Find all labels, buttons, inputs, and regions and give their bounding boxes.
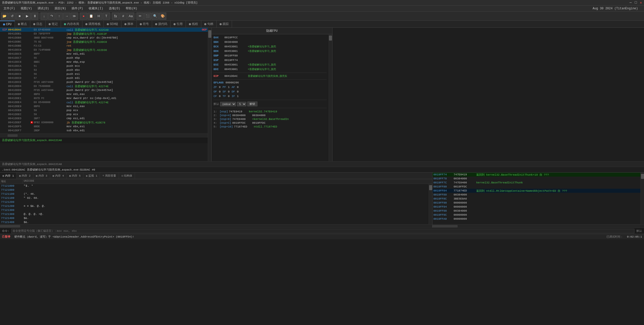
mem-hscroll[interactable]	[0, 224, 432, 228]
tab-source[interactable]: 源代码	[152, 21, 171, 27]
toolbar-highlight[interactable]: ⬛	[144, 13, 151, 20]
mem-vscroll[interactable]	[429, 184, 432, 224]
table-row[interactable]: 0019FF9C 00000000	[432, 213, 640, 217]
toolbar-hash[interactable]: #	[120, 13, 127, 20]
table-row[interactable]: 0041DDED 3BF7 cmp esi,edi	[0, 116, 208, 120]
tab-script[interactable]: 脚本	[121, 21, 137, 27]
toolbar-stepinto[interactable]: ↓	[41, 13, 48, 20]
tab-breakpoint[interactable]: 断点	[15, 21, 30, 27]
tab-memory[interactable]: 内存布局	[61, 21, 82, 27]
menu-plugin[interactable]: 插件(P)	[69, 6, 86, 11]
mem-tab-struct[interactable]: ⊡ 结构体	[119, 173, 135, 179]
mem-tab-locals[interactable]: ≡ 局部变量	[100, 173, 119, 179]
table-row[interactable]: 0019FF7C 747E0400 kernel32.BaseThreadIni…	[432, 181, 640, 185]
table-row[interactable]: 0041DDC8 8BEC mov ebp,esp	[0, 60, 208, 64]
table-row[interactable]: 0041DDD4 E8 75490000 call 吾爱破解论坛学习.42274…	[0, 84, 208, 88]
table-row[interactable]: 0019FF74 747E0419 返回到 kernel32.BaseThrea…	[432, 173, 640, 177]
mem-tab-4[interactable]: ▦ 内存 4	[50, 173, 67, 179]
table-row[interactable]: 0041DDE4 E8 65490000 call 吾爱破解论坛学习.42274…	[0, 100, 208, 104]
toolbar-stepover[interactable]: ↷	[48, 13, 55, 20]
reg-vscroll-thumb[interactable]	[329, 36, 332, 41]
toolbar-hw[interactable]: H	[95, 13, 102, 20]
dis-hscroll[interactable]	[0, 134, 208, 137]
toolbar-aa[interactable]: Aa	[127, 13, 134, 20]
table-row[interactable]: 77121200	[0, 200, 429, 204]
toolbar-run[interactable]: ▶	[24, 13, 31, 20]
tab-callstack[interactable]: 调用堆栈	[82, 21, 104, 27]
table-row[interactable]: 0019FF94 00000000	[432, 205, 640, 209]
hscroll-thumb[interactable]	[8, 134, 18, 137]
table-row[interactable]: 0041DDEB 59 pop ecx	[0, 108, 208, 112]
calling-unlock-btn[interactable]: 解锁	[247, 102, 257, 106]
toolbar-fx[interactable]: fx	[112, 13, 119, 20]
toolbar-search[interactable]: 🔍	[152, 13, 159, 20]
menu-options[interactable]: 选项(O)	[106, 6, 123, 11]
tab-handles[interactable]: 句柄	[201, 21, 217, 27]
toolbar-bp[interactable]: ●	[80, 13, 87, 20]
table-row[interactable]: 0041DDCE FF35 A8574400 push dword ptr ds…	[0, 80, 208, 84]
reg-vscroll[interactable]	[329, 34, 332, 161]
table-row[interactable]: 0019FF88 00384000	[432, 193, 640, 197]
tab-notes[interactable]: 笔记	[46, 21, 61, 27]
mem-tab-1[interactable]: ▦ 内存 1	[0, 173, 17, 179]
table-row[interactable]: 0019FF98 00384000	[432, 209, 640, 213]
cmd-input[interactable]	[11, 229, 634, 233]
tab-seh[interactable]: SEH链	[104, 21, 122, 27]
table-row[interactable]: 77121480 $&.	[0, 220, 429, 224]
table-row[interactable]: 0019FF8C 3BE5E0A6	[432, 197, 640, 201]
mem-tab-5[interactable]: ▦ 内存 5	[67, 173, 83, 179]
table-row[interactable]: 77121400 $&.	[0, 216, 429, 220]
menu-debug[interactable]: 调试(D)	[35, 6, 52, 11]
table-row[interactable]: 0041DDBC 75 02 jne 吾爱破解论坛学习.41DDC0	[0, 40, 208, 44]
toolbar-runto[interactable]: →	[63, 13, 70, 20]
toolbar-stepout[interactable]: ↑	[56, 13, 63, 20]
mem-vscroll-thumb[interactable]	[429, 185, 432, 190]
table-row[interactable]: 0041DDDF 8BF8 mov edi,eax	[0, 92, 208, 96]
toolbar-pencil[interactable]: ✏	[137, 13, 144, 20]
calling-select[interactable]: (stdcal	[220, 102, 236, 106]
table-row[interactable]: 77121280 ¤ ¤ $&. @. @.	[0, 204, 429, 208]
table-row[interactable]: 77121080	[0, 188, 429, 192]
table-row[interactable]: 0041DDCA 51 push ecx	[0, 64, 208, 68]
menu-view[interactable]: 视图(V)	[18, 6, 35, 11]
mem-tab-watch[interactable]: ◉ 监视 1	[83, 173, 100, 179]
rs-vscroll-thumb[interactable]	[641, 174, 644, 179]
toolbar-open[interactable]: 📂	[1, 13, 8, 20]
table-row[interactable]: 0041DDCC 56 push esi	[0, 72, 208, 76]
vscroll-thumb[interactable]	[208, 30, 211, 38]
table-row[interactable]: 0041DDE9 8BF0 mov esi,eax	[0, 104, 208, 108]
table-row[interactable]: 0041DDC7 55 push ebp	[0, 56, 208, 60]
table-row[interactable]: 0041DDB1 E9 79FEFFFF jmp 吾爱破解论坛学习.41DC2F	[0, 32, 208, 36]
tab-refs[interactable]: 引用	[171, 21, 186, 27]
menu-file[interactable]: 文件(F)	[1, 6, 18, 11]
mem-tab-3[interactable]: ▦ 内存 3	[33, 173, 50, 179]
table-row[interactable]: 0041DDF5 8BDE mov ebx,esi	[0, 124, 208, 128]
table-row[interactable]: 0019FFA0 00000000	[432, 217, 640, 221]
table-row[interactable]: 0019FF78 00384000	[432, 177, 640, 181]
rs-vscroll[interactable]	[640, 173, 644, 224]
minimize-btn[interactable]: —	[630, 1, 632, 5]
rs-hscroll[interactable]	[432, 224, 644, 228]
table-row[interactable]: 0019FF80 0019FFDC	[432, 185, 640, 189]
table-row[interactable]: 77121380 @. @. @. >@.	[0, 212, 429, 216]
table-row[interactable]: 0041DDC5 8BFF mov edi,edi	[0, 52, 208, 56]
tab-symbols[interactable]: 符号	[137, 21, 152, 27]
toolbar-trace[interactable]: T	[103, 13, 110, 20]
toolbar-mem[interactable]: 📋	[88, 13, 95, 20]
menu-help[interactable]: 帮助(H)	[123, 6, 140, 11]
table-row[interactable]: 77121300	[0, 208, 429, 212]
table-row[interactable]: 0041DDEC 59 pop ecx	[0, 112, 208, 116]
toolbar-animate[interactable]: ≫	[71, 13, 78, 20]
toolbar-stop[interactable]: ■	[16, 13, 23, 20]
table-row[interactable]: 0041DDEF ● 0F82 83000000 jb 吾爱破解论坛学习.41D…	[0, 120, 208, 124]
table-row[interactable]: 0041DDC0 E9 714F0000 jmp 吾爱破解论坛学习.422D36	[0, 48, 208, 52]
table-row[interactable]: 0041DDCB 53 push ebx	[0, 68, 208, 72]
toolbar-color[interactable]: 🎨	[159, 13, 166, 20]
tab-cpu[interactable]: CPU	[0, 21, 15, 27]
table-row[interactable]: 0041DDCD 57 push edi	[0, 76, 208, 80]
toolbar-restart[interactable]: ↺	[9, 13, 16, 20]
table-row[interactable]: 77121100 (*. 46.	[0, 192, 429, 196]
mem-tab-2[interactable]: ▦ 内存 2	[17, 173, 33, 179]
table-row[interactable]: 0019FF84 771874ED 返回到 ntdll.RtlGetAppCon…	[432, 189, 640, 193]
close-btn[interactable]: ✕	[640, 1, 642, 5]
